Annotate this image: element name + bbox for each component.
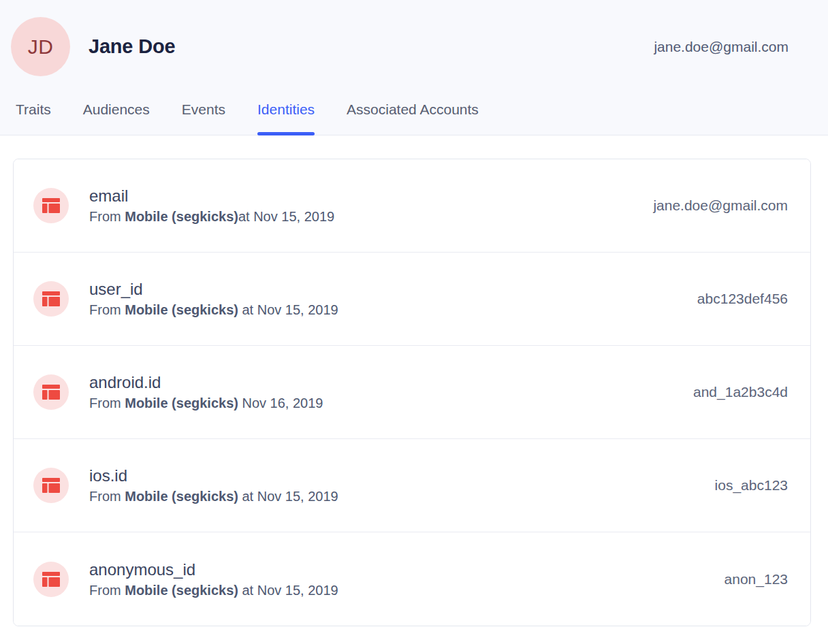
source-name: Mobile (segkicks)	[125, 302, 238, 317]
identity-text: android.id From Mobile (segkicks) Nov 16…	[89, 373, 323, 411]
identity-value: anon_123	[724, 571, 788, 587]
source-name: Mobile (segkicks)	[125, 583, 238, 598]
identities-panel: email From Mobile (segkicks)at Nov 15, 2…	[0, 135, 828, 639]
source-date: at Nov 15, 2019	[238, 583, 338, 598]
identity-text: user_id From Mobile (segkicks) at Nov 15…	[89, 280, 338, 318]
identity-value: and_1a2b3c4d	[693, 384, 788, 400]
identity-name: android.id	[89, 373, 323, 392]
avatar: JD	[11, 17, 70, 76]
identity-text: email From Mobile (segkicks)at Nov 15, 2…	[89, 187, 334, 225]
layout-icon	[33, 468, 69, 503]
identity-value: abc123def456	[697, 291, 788, 307]
tab-identities[interactable]: Identities	[257, 101, 315, 135]
identity-source: From Mobile (segkicks)at Nov 15, 2019	[89, 209, 334, 225]
identity-value: jane.doe@gmail.com	[653, 197, 788, 214]
layout-icon	[33, 562, 69, 597]
identity-row-user-id: user_id From Mobile (segkicks) at Nov 15…	[14, 253, 810, 346]
profile-header: JD Jane Doe jane.doe@gmail.com Traits Au…	[0, 0, 828, 135]
source-name: Mobile (segkicks)	[125, 396, 238, 410]
source-name: Mobile (segkicks)	[125, 489, 238, 504]
avatar-initials: JD	[28, 35, 54, 59]
tab-traits[interactable]: Traits	[16, 101, 51, 135]
identity-row-anonymous-id: anonymous_id From Mobile (segkicks) at N…	[14, 532, 810, 626]
source-prefix: From	[89, 489, 125, 504]
identity-source: From Mobile (segkicks) at Nov 15, 2019	[89, 583, 338, 598]
source-name: Mobile (segkicks)	[125, 209, 238, 224]
user-profile-page: JD Jane Doe jane.doe@gmail.com Traits Au…	[0, 0, 828, 639]
identity-name: email	[89, 187, 334, 206]
identity-value: ios_abc123	[715, 477, 788, 494]
tab-bar: Traits Audiences Events Identities Assoc…	[0, 101, 828, 135]
source-date: at Nov 15, 2019	[238, 489, 338, 504]
identity-text: anonymous_id From Mobile (segkicks) at N…	[89, 560, 338, 598]
identity-name: anonymous_id	[89, 560, 338, 579]
source-prefix: From	[89, 302, 125, 317]
identity-source: From Mobile (segkicks) Nov 16, 2019	[89, 396, 323, 411]
identity-name: user_id	[89, 280, 338, 299]
profile-header-top: JD Jane Doe jane.doe@gmail.com	[0, 0, 828, 76]
identity-source: From Mobile (segkicks) at Nov 15, 2019	[89, 302, 338, 318]
source-date: Nov 16, 2019	[238, 396, 323, 410]
layout-icon	[33, 374, 69, 410]
layout-icon	[33, 188, 69, 223]
identity-row-ios-id: ios.id From Mobile (segkicks) at Nov 15,…	[14, 439, 810, 532]
source-prefix: From	[89, 583, 125, 598]
source-prefix: From	[89, 209, 125, 224]
identity-source: From Mobile (segkicks) at Nov 15, 2019	[89, 489, 338, 504]
source-prefix: From	[89, 396, 125, 410]
tab-audiences[interactable]: Audiences	[83, 101, 150, 135]
identities-card: email From Mobile (segkicks)at Nov 15, 2…	[13, 159, 811, 626]
user-email: jane.doe@gmail.com	[654, 39, 789, 55]
identity-text: ios.id From Mobile (segkicks) at Nov 15,…	[89, 466, 338, 504]
source-date: at Nov 15, 2019	[238, 209, 334, 224]
tab-events[interactable]: Events	[182, 101, 225, 135]
identity-name: ios.id	[89, 466, 338, 485]
layout-icon	[33, 281, 69, 317]
page-title: Jane Doe	[89, 35, 175, 58]
identity-row-android-id: android.id From Mobile (segkicks) Nov 16…	[14, 346, 810, 439]
identity-row-email: email From Mobile (segkicks)at Nov 15, 2…	[14, 159, 810, 253]
tab-associated-accounts[interactable]: Associated Accounts	[347, 101, 479, 135]
source-date: at Nov 15, 2019	[238, 302, 338, 317]
